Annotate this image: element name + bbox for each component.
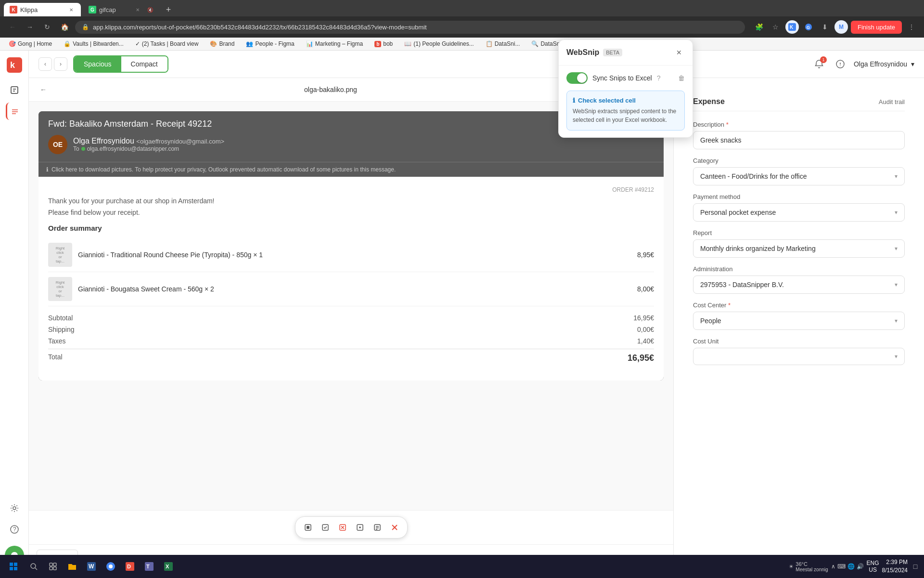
bookmark-favicon-datasnipper-interna: 🔍 — [531, 40, 539, 47]
extension-btn-star[interactable]: ☆ — [769, 20, 783, 34]
snip-list-btn[interactable] — [370, 520, 385, 535]
websnip-close-btn[interactable]: ✕ — [673, 47, 685, 58]
toolbar-prev-btn[interactable]: ‹ — [38, 57, 52, 71]
top-toolbar: ‹ › Spacious Compact 1 Olga Effrosynidou… — [29, 51, 924, 78]
bookmark-brand[interactable]: 🎨 Brand — [207, 39, 237, 48]
sidebar-icon-settings[interactable] — [6, 499, 23, 517]
weather-info: ☀ 36°C Meestal zonnig — [789, 561, 828, 572]
bookmark-favicon-people: 👥 — [246, 40, 253, 47]
taskbar-search[interactable] — [25, 558, 42, 575]
browser-menu-btn[interactable]: ⋮ — [905, 20, 918, 34]
snip-check-btn[interactable] — [318, 520, 333, 535]
delete-icon[interactable]: 🗑 — [678, 74, 685, 82]
doc-prev-btn[interactable]: ← — [37, 83, 50, 96]
tray-up-icon[interactable]: ∧ — [831, 563, 835, 570]
administration-select[interactable]: 2975953 - DataSnipper B.V. ▾ — [693, 276, 905, 294]
user-profile[interactable]: Olga Effrosynidou ▾ — [854, 60, 914, 68]
extension-profile[interactable]: M — [834, 20, 848, 34]
taskbar-word[interactable]: W — [83, 558, 100, 575]
svg-rect-19 — [307, 526, 309, 529]
svg-text:X: X — [166, 564, 169, 569]
snip-cancel-btn[interactable] — [335, 520, 350, 535]
tab-close-gifcap[interactable]: ✕ — [134, 6, 141, 13]
svg-rect-40 — [53, 563, 56, 566]
snip-toolbar-close[interactable] — [387, 520, 402, 535]
tab-title-klippa: Klippa — [20, 6, 38, 13]
report-select[interactable]: Monthly drinks organized by Marketing ▾ — [693, 239, 905, 258]
back-button[interactable]: ← — [6, 20, 19, 34]
bookmarks-bar: 🎯 Gong | Home 🔒 Vaults | Bitwarden... ✓ … — [0, 38, 924, 51]
bookmark-favicon-guidelines: 📖 — [404, 40, 411, 47]
taskbar-chrome[interactable] — [102, 558, 119, 575]
address-bar[interactable]: 🔒 app.klippa.com/reports/out-of-pocket/6… — [75, 21, 745, 34]
taskbar-datasnipper[interactable]: D — [121, 558, 139, 575]
svg-text:T: T — [146, 564, 150, 569]
svg-text:G: G — [807, 25, 810, 30]
taskbar-excel[interactable]: X — [160, 558, 177, 575]
cost-unit-select[interactable]: ▾ — [693, 348, 905, 365]
description-input[interactable] — [693, 131, 905, 149]
subtotal-row: Subtotal 16,95€ — [48, 312, 654, 324]
tray-network[interactable]: 🌐 — [847, 563, 855, 570]
websnip-title: WebSnip — [566, 48, 599, 57]
cost-center-select[interactable]: People ▾ — [693, 312, 905, 330]
sync-toggle[interactable] — [566, 72, 588, 84]
extension-g[interactable]: G — [802, 20, 815, 34]
bookmark-tasks[interactable]: ✓ (2) Tasks | Board view — [132, 39, 202, 48]
sidebar-icon-reports[interactable] — [6, 81, 23, 99]
svg-rect-36 — [14, 567, 17, 570]
extension-download[interactable]: ⬇ — [818, 20, 832, 34]
bookmark-datasnip[interactable]: 📋 DataSni... — [483, 39, 523, 48]
order-item-2: Rightclickortap... Giannioti - Bougatsa … — [48, 272, 654, 306]
notification-center-btn[interactable]: □ — [911, 562, 920, 571]
tab-gifcap[interactable]: G gifcap ✕ 🔇 — [83, 3, 160, 16]
sidebar-icon-help[interactable]: ? — [6, 521, 23, 538]
help-icon[interactable]: ? — [657, 74, 661, 82]
extension-klippa[interactable]: K — [785, 20, 799, 34]
tab-close-klippa[interactable]: ✕ — [67, 6, 75, 13]
main-content: ‹ › Spacious Compact 1 Olga Effrosynidou… — [29, 51, 924, 571]
doc-filename-text: olga-bakaliko.png — [304, 86, 357, 93]
audit-trail-link[interactable]: Audit trail — [879, 98, 905, 105]
bookmark-people-figma[interactable]: 👥 People - Figma — [243, 39, 297, 48]
category-select[interactable]: Canteen - Food/Drinks for the office ▾ — [693, 167, 905, 185]
snip-region-btn[interactable] — [300, 520, 316, 535]
description-label: Description * — [693, 121, 905, 128]
tab-mute-gifcap[interactable]: 🔇 — [146, 6, 154, 13]
report-label: Report — [693, 229, 905, 236]
finish-update-button[interactable]: Finish update — [851, 21, 902, 34]
reload-button[interactable]: ↻ — [40, 20, 54, 34]
bookmark-marketing[interactable]: 📊 Marketing – Figma — [303, 39, 366, 48]
forward-button[interactable]: → — [23, 20, 37, 34]
bookmark-vaults[interactable]: 🔒 Vaults | Bitwarden... — [61, 39, 127, 48]
cost-center-required-star: * — [728, 302, 731, 309]
alerts-icon[interactable] — [833, 56, 848, 72]
start-button[interactable] — [4, 557, 23, 576]
bookmark-bob[interactable]: b bob — [372, 39, 396, 48]
tray-icons: ∧ ⌨ 🌐 🔊 — [831, 563, 864, 570]
tray-keyboard[interactable]: ⌨ — [837, 563, 846, 570]
extension-btn-1[interactable]: 🧩 — [753, 20, 766, 34]
toolbar-next-btn[interactable]: › — [54, 57, 67, 71]
tab-klippa[interactable]: K Klippa ✕ — [4, 3, 81, 16]
taskbar-teams[interactable]: T — [141, 558, 158, 575]
shipping-row: Shipping 0,00€ — [48, 324, 654, 335]
home-button[interactable]: 🏠 — [58, 20, 71, 34]
bookmark-people-guidelines[interactable]: 📖 (1) People Guidelines... — [401, 39, 476, 48]
tray-sound[interactable]: 🔊 — [857, 563, 864, 570]
svg-text:?: ? — [13, 526, 16, 533]
bookmark-gong[interactable]: 🎯 Gong | Home — [6, 39, 55, 48]
sidebar-icon-list[interactable] — [6, 103, 23, 120]
spacious-view-button[interactable]: Spacious — [74, 56, 121, 72]
email-sender-info: Olga Effrosynidou <olgaeffrosynidou@gmai… — [73, 137, 224, 152]
category-field: Category Canteen - Food/Drinks for the o… — [693, 157, 905, 185]
compact-view-button[interactable]: Compact — [121, 56, 167, 72]
payment-select[interactable]: Personal pocket expense ▾ — [693, 203, 905, 222]
svg-point-46 — [109, 565, 113, 568]
notification-bell[interactable]: 1 — [811, 56, 827, 72]
snip-extract-btn[interactable] — [352, 520, 368, 535]
new-tab-button[interactable]: + — [162, 3, 175, 16]
taskbar-file-explorer[interactable] — [64, 558, 81, 575]
sidebar-logo[interactable]: k — [6, 56, 23, 74]
taskbar-task-view[interactable] — [44, 558, 62, 575]
